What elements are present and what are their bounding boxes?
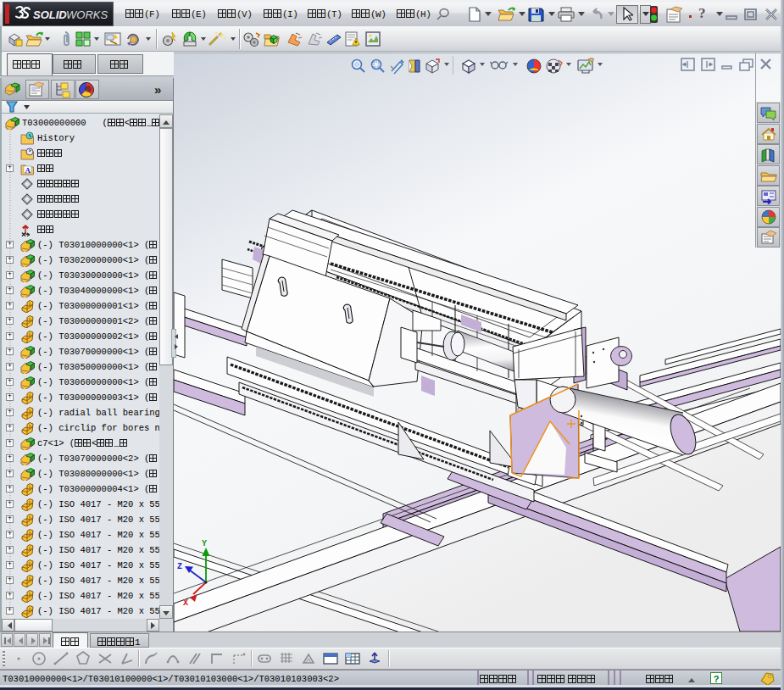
svg-text:A: A [25, 166, 31, 175]
svg-text:WORKS: WORKS [66, 8, 108, 21]
svg-text:SOLID: SOLID [33, 8, 67, 21]
svg-text:Y: Y [202, 539, 207, 548]
svg-text:Z: Z [177, 562, 182, 571]
svg-text:X: X [183, 598, 188, 608]
